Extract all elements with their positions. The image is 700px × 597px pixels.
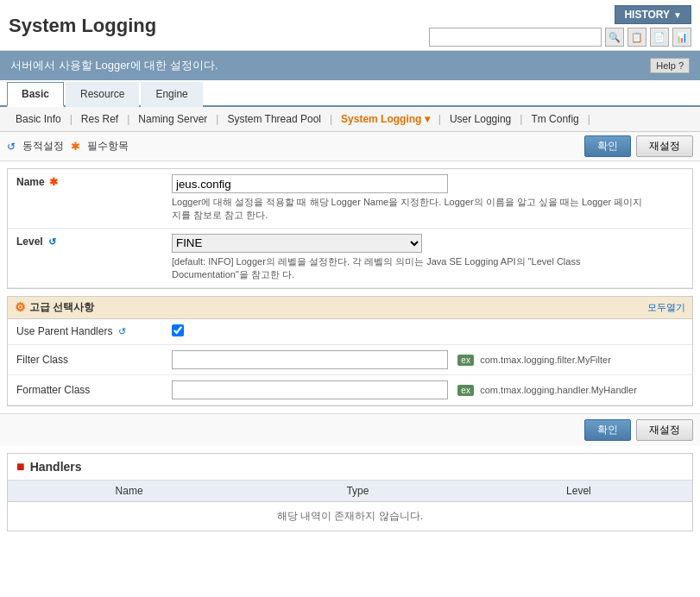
header-right: HISTORY ▼ 🔍 📋 📄 📊 bbox=[429, 5, 691, 47]
bottom-confirm-button[interactable]: 확인 bbox=[584, 419, 631, 441]
col-name: Name bbox=[8, 481, 250, 502]
search-button[interactable]: 🔍 bbox=[605, 28, 624, 47]
main-form-section: Name ✱ Logger에 대해 설정을 적용할 때 해당 Logger Na… bbox=[7, 168, 693, 289]
toolbar-right: 확인 재설정 bbox=[584, 135, 693, 157]
formatter-class-cell: ex com.tmax.logging.handler.MyHandler bbox=[163, 374, 692, 405]
handlers-section: ■ Handlers Name Type Level 해당 내역이 존재하지 않… bbox=[7, 453, 693, 531]
subnav-user-logging[interactable]: User Logging bbox=[441, 110, 520, 128]
history-label: HISTORY bbox=[624, 9, 670, 21]
use-parent-checkbox[interactable] bbox=[172, 324, 184, 336]
help-button[interactable]: Help ? bbox=[650, 58, 690, 73]
dynamic-icon: ↺ bbox=[7, 141, 16, 153]
col-type: Type bbox=[250, 481, 465, 502]
advanced-table: Use Parent Handlers ↺ Filter Class ex co… bbox=[8, 319, 692, 405]
level-value-cell: FINE INFO WARNING SEVERE ALL OFF FINER F… bbox=[163, 228, 692, 287]
use-parent-row: Use Parent Handlers ↺ bbox=[8, 319, 692, 345]
subnav-system-logging[interactable]: System Logging ▾ bbox=[332, 110, 438, 128]
subnav-system-thread-pool[interactable]: System Thread Pool bbox=[218, 110, 330, 128]
desc-bar: 서버에서 사용할 Logger에 대한 설정이다. Help ? bbox=[0, 51, 700, 80]
formatter-ex-tag: ex bbox=[457, 385, 474, 396]
tab-bar: Basic Resource Engine bbox=[0, 82, 700, 107]
subnav-naming-server[interactable]: Naming Server bbox=[129, 110, 216, 128]
filter-class-cell: ex com.tmax.logging.filter.MyFilter bbox=[163, 344, 692, 374]
advanced-title: ⚙ 고급 선택사항 bbox=[15, 300, 94, 315]
required-icon: ✱ bbox=[71, 140, 80, 153]
name-required-icon: ✱ bbox=[49, 176, 58, 188]
search-input[interactable] bbox=[429, 28, 602, 47]
history-arrow-icon: ▼ bbox=[673, 10, 682, 20]
filter-example-text: com.tmax.logging.filter.MyFilter bbox=[480, 355, 611, 365]
subnav-res-ref[interactable]: Res Ref bbox=[73, 110, 127, 128]
name-value-cell: Logger에 대해 설정을 적용할 때 해당 Logger Name을 지정한… bbox=[163, 169, 692, 228]
advanced-title-text: 고급 선택사항 bbox=[29, 300, 94, 315]
form-table: Name ✱ Logger에 대해 설정을 적용할 때 해당 Logger Na… bbox=[8, 169, 692, 288]
confirm-button[interactable]: 확인 bbox=[584, 135, 631, 157]
name-row: Name ✱ Logger에 대해 설정을 적용할 때 해당 Logger Na… bbox=[8, 169, 692, 228]
level-row: Level ↺ FINE INFO WARNING SEVERE ALL OFF… bbox=[8, 228, 692, 287]
reset-button[interactable]: 재설정 bbox=[636, 135, 693, 157]
tab-basic[interactable]: Basic bbox=[7, 82, 64, 107]
handlers-empty-message: 해당 내역이 존재하지 않습니다. bbox=[8, 501, 692, 531]
handlers-table-header-row: Name Type Level bbox=[8, 481, 692, 502]
subnav-basic-info[interactable]: Basic Info bbox=[7, 110, 70, 128]
history-button[interactable]: HISTORY ▼ bbox=[615, 5, 691, 24]
formatter-class-row: Formatter Class ex com.tmax.logging.hand… bbox=[8, 374, 692, 405]
name-note: Logger에 대해 설정을 적용할 때 해당 Logger Name을 지정한… bbox=[172, 196, 646, 223]
level-note: [default: INFO] Logger의 레벨을 설정한다. 각 레벨의 … bbox=[172, 255, 646, 282]
tab-resource[interactable]: Resource bbox=[66, 82, 139, 107]
filter-class-input[interactable] bbox=[172, 350, 448, 369]
tab-engine[interactable]: Engine bbox=[141, 82, 202, 107]
handlers-header: ■ Handlers bbox=[8, 454, 692, 481]
dynamic-label: 동적설정 bbox=[22, 139, 64, 154]
level-select[interactable]: FINE INFO WARNING SEVERE ALL OFF FINER F… bbox=[172, 234, 422, 253]
bottom-reset-button[interactable]: 재설정 bbox=[636, 419, 693, 441]
subnav-tm-config[interactable]: Tm Config bbox=[522, 110, 587, 128]
formatter-example-text: com.tmax.logging.handler.MyHandler bbox=[480, 385, 637, 395]
icon-btn-3[interactable]: 📊 bbox=[672, 28, 691, 47]
use-parent-label: Use Parent Handlers ↺ bbox=[8, 319, 163, 345]
advanced-section: ⚙ 고급 선택사항 모두열기 Use Parent Handlers ↺ Fil… bbox=[7, 296, 693, 406]
formatter-class-input[interactable] bbox=[172, 380, 448, 399]
page-title: System Logging bbox=[9, 15, 156, 37]
handlers-table: Name Type Level 해당 내역이 존재하지 않습니다. bbox=[8, 481, 692, 531]
icon-btn-1[interactable]: 📋 bbox=[627, 28, 646, 47]
filter-class-row: Filter Class ex com.tmax.logging.filter.… bbox=[8, 344, 692, 374]
level-sync-icon[interactable]: ↺ bbox=[48, 236, 56, 247]
required-label: 필수항목 bbox=[87, 139, 129, 154]
advanced-header: ⚙ 고급 선택사항 모두열기 bbox=[8, 297, 692, 319]
filter-class-label: Filter Class bbox=[8, 344, 163, 374]
advanced-icon: ⚙ bbox=[15, 300, 26, 314]
use-parent-sync-icon[interactable]: ↺ bbox=[118, 326, 126, 336]
advanced-toggle[interactable]: 모두열기 bbox=[647, 301, 685, 314]
handlers-empty-row: 해당 내역이 존재하지 않습니다. bbox=[8, 501, 692, 531]
toolbar-left: ↺ 동적설정 ✱ 필수항목 bbox=[7, 139, 129, 154]
handlers-title: Handlers bbox=[30, 460, 82, 474]
filter-ex-tag: ex bbox=[457, 355, 474, 366]
name-label: Name ✱ bbox=[8, 169, 163, 228]
col-level: Level bbox=[465, 481, 692, 502]
use-parent-value-cell bbox=[163, 319, 692, 345]
level-label: Level ↺ bbox=[8, 228, 163, 287]
name-input[interactable] bbox=[172, 174, 448, 193]
handlers-icon: ■ bbox=[16, 459, 25, 474]
desc-text: 서버에서 사용할 Logger에 대한 설정이다. bbox=[10, 58, 218, 73]
search-row: 🔍 📋 📄 📊 bbox=[429, 28, 691, 47]
bottom-toolbar: 확인 재설정 bbox=[0, 413, 700, 446]
header: System Logging HISTORY ▼ 🔍 📋 📄 📊 bbox=[0, 0, 700, 51]
main-toolbar: ↺ 동적설정 ✱ 필수항목 확인 재설정 bbox=[0, 132, 700, 161]
icon-btn-2[interactable]: 📄 bbox=[650, 28, 669, 47]
sub-nav: Basic Info | Res Ref | Naming Server | S… bbox=[0, 107, 700, 132]
formatter-class-label: Formatter Class bbox=[8, 374, 163, 405]
